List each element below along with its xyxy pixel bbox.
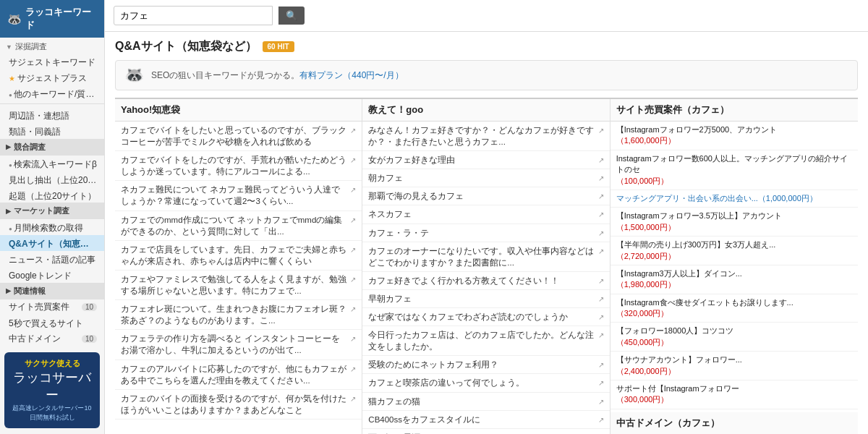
col1-header: Yahoo!知恵袋 [115, 99, 362, 122]
sale-link[interactable]: マッチングアプリ・出会い系の出会い...（1,000,000円） [616, 194, 817, 203]
section-title-competitive: ▶ 競合調査 [0, 139, 104, 156]
sale-price: （2,400,000円） [616, 367, 676, 375]
sidebar-item-other-keyword[interactable]: 他のキーワード/質問β [0, 85, 104, 101]
search-input[interactable] [114, 6, 273, 25]
external-link-icon: ↗ [350, 185, 356, 195]
sidebar-item-related[interactable]: 周辺語・連想語 [0, 107, 104, 123]
page-title: Q&Aサイト（知恵袋など） [115, 39, 257, 54]
sale-item: 【Instagramフォロワー2万5000、アカウント（1,600,000円） [610, 122, 858, 150]
col-yahoo: Yahoo!知恵袋 カフェでバイトをしたいと思っているのですが、ブラックコーヒー… [115, 99, 362, 434]
sidebar-item-monthly[interactable]: 月間検索数の取得 [0, 219, 104, 235]
sale-price: （100,000円） [616, 176, 669, 185]
main-area: 🔍 Q&Aサイト（知恵袋など） 60 HIT 🦝 SEOの狙い目キーワードが見つ… [105, 0, 868, 434]
external-link-icon: ↗ [350, 334, 356, 344]
sidebar-item-site-sale[interactable]: サイト売買案件 10 [0, 299, 104, 315]
list-item[interactable]: カフェ好きでよく行かれる方教えてください！！↗ [362, 272, 609, 290]
list-item[interactable]: カフェオレ斑について。生まれつきお腹にカフェオレ斑？茶あざ？のようなものがありま… [115, 300, 362, 330]
list-item[interactable]: カフェでのmmd作成について ネットカフェでmmdの編集ができるのか、という質問… [115, 211, 362, 241]
sale-item: サポート付【Instagramフォロワー（300,000円） [610, 380, 858, 409]
list-item[interactable]: カフェのアルバイトに応募したのですが、他にもカフェがある中でこちらを選んだ理由を… [115, 360, 362, 390]
sale-price: （2,720,000円） [616, 252, 676, 260]
page-title-row: Q&Aサイト（知恵袋など） 60 HIT [115, 39, 858, 54]
sale-item: 【フォロワー18000人】コツコツ（450,000円） [610, 323, 858, 352]
ad-link[interactable]: 有料プラン（440円〜/月） [299, 70, 403, 80]
divider-1 [0, 103, 104, 104]
sidebar-item-synonym[interactable]: 類語・同義語 [0, 123, 104, 139]
sidebar-item-topics[interactable]: 起題（上位20サイト） [0, 187, 104, 203]
list-item[interactable]: 女がカフェ好きな理由↗ [362, 151, 609, 169]
content-area: Q&Aサイト（知恵袋など） 60 HIT 🦝 SEOの狙い目キーワードが見つかる… [105, 32, 868, 434]
col3-domain-title: 中古ドメイン（カフェ） [610, 412, 858, 434]
list-item[interactable]: 猫カフェの猫↗ [362, 393, 609, 411]
list-item[interactable]: CB400ssをカフェスタイルに↗ [362, 411, 609, 429]
external-link-icon: ↗ [350, 365, 356, 375]
sale-item: 【サウナアカウント】フォロワー...（2,400,000円） [610, 352, 858, 380]
sidebar-item-google-trends[interactable]: Googleトレンド [0, 267, 104, 283]
list-item[interactable]: ネスカフェ↗ [362, 205, 609, 224]
ad-banner[interactable]: 🦝 SEOの狙い目キーワードが見つかる。有料プラン（440円〜/月） [115, 60, 858, 90]
tri-icon-2: ▶ [6, 143, 11, 150]
list-item[interactable]: 受験のためにネットカフェ利用？↗ [362, 356, 609, 374]
external-link-icon: ↗ [350, 126, 356, 136]
external-link-icon: ↗ [598, 331, 604, 341]
sale-title: 【Instagramフォロワー3.5万以上】アカウント [616, 211, 782, 220]
sale-price: （1,980,000円） [616, 280, 676, 289]
col-goo: 教えて！goo みなさん！カフェ好きですか？・どんなカフェが好きですか？・また行… [362, 99, 610, 434]
sale-title: Instagramフォロワー数600人以上。マッチングアプリの紹介サイトのセ [616, 154, 848, 174]
list-item[interactable]: カフェ・ラ・テ↗ [362, 224, 609, 242]
list-item[interactable]: 西三河 電源つかえるカフェ！↗ [362, 429, 609, 434]
external-link-icon: ↗ [598, 210, 604, 220]
external-link-icon: ↗ [598, 247, 604, 257]
tri-icon-4: ▶ [6, 287, 11, 294]
sidebar-banner[interactable]: サクサク使える ラッコサーバー 超高速レンタルサーバー10日間無料お試し [4, 352, 100, 428]
sidebar-item-headings[interactable]: 見出し抽出（上位20サイト） [0, 171, 104, 187]
sidebar-item-qa[interactable]: Q&Aサイト（知恵袋など） [0, 235, 104, 251]
sale-item: Instagramフォロワー数600人以上。マッチングアプリの紹介サイトのセ（1… [610, 150, 858, 190]
header: 🔍 [105, 0, 868, 32]
list-item[interactable]: カフェでバイトをしたいと思っているのですが、ブラックコーヒーが苦手でミルクや砂糖… [115, 122, 362, 151]
list-item[interactable]: カフェと喫茶店の違いって何でしょう。↗ [362, 374, 609, 392]
sale-price: （1,600,000円） [616, 136, 676, 145]
list-item[interactable]: 早朝カフェ↗ [362, 290, 609, 308]
col2-header: 教えて！goo [362, 99, 609, 122]
sidebar-item-suggest[interactable]: サジェストキーワード [0, 54, 104, 69]
logo-area[interactable]: 🦝 ラッコキーワード [0, 0, 104, 38]
sale-item: マッチングアプリ・出会い系の出会い...（1,000,000円） [610, 190, 858, 208]
external-link-icon: ↗ [598, 126, 604, 136]
sidebar-item-search-flow[interactable]: 検索流入キーワードβ [0, 156, 104, 171]
external-link-icon: ↗ [598, 397, 604, 407]
list-item[interactable]: 今日行ったカフェ店は、どのカフェ店でしたか。どんな注文をしましたか。↗ [362, 326, 609, 356]
sale-title: サポート付【Instagramフォロワー [616, 384, 739, 393]
list-item[interactable]: カフェでバイトをしたのですが、手荒れが酷いたためどうしようか迷っています。特にア… [115, 151, 362, 181]
site-sale-badge: 10 [82, 303, 97, 311]
list-item[interactable]: カフェのバイトの面接を受けるのですが、何か気を付けたほうがいいことはありますか？… [115, 390, 362, 420]
col3-items: 【Instagramフォロワー2万5000、アカウント（1,600,000円）I… [610, 122, 858, 409]
sidebar-item-suggest-plus[interactable]: サジェストプラス [0, 69, 104, 85]
list-item[interactable]: カフェラテの作り方を調べると インスタントコーヒーをお湯で溶かし、牛乳に加えると… [115, 330, 362, 359]
sale-item: 【半年間の売り上げ300万円】女3万人超え...（2,720,000円） [610, 237, 858, 265]
sidebar-item-news[interactable]: ニュース・話題の記事 [0, 251, 104, 267]
list-item[interactable]: みなさん！カフェ好きですか？・どんなカフェが好きですか？・また行きたいと思うカフ… [362, 122, 609, 151]
banner-title: サクサク使える [10, 358, 94, 369]
sidebar-item-domain[interactable]: 中古ドメイン 10 [0, 331, 104, 346]
section-title-market: ▶ マーケット調査 [0, 203, 104, 219]
list-item[interactable]: カフェのオーナーになりたいです。収入や仕事内容などはどこでわかりますか？また図書… [362, 242, 609, 272]
col2-items: みなさん！カフェ好きですか？・どんなカフェが好きですか？・また行きたいと思うカフ… [362, 122, 609, 434]
hit-badge: 60 HIT [263, 41, 294, 52]
external-link-icon: ↗ [598, 415, 604, 425]
list-item[interactable]: ネカフェ難民について ネカフェ難民ってどういう人達でしょうか？常連になっていて週… [115, 181, 362, 210]
list-item[interactable]: カフェで店員をしています。先日、カフェでご夫婦と赤ちゃんが来店され、赤ちゃんは店… [115, 241, 362, 271]
list-item[interactable]: 那覇で海の見えるカフェ↗ [362, 187, 609, 205]
section-title-related-info: ▶ 関連情報 [0, 283, 104, 299]
sale-item: 【Instagram食べ痩せダイエットもお譲りします...（320,000円） [610, 294, 858, 323]
list-item[interactable]: カフェやファミレスで勉強してる人をよく見ますが、勉強する場所じゃないと思います。… [115, 271, 362, 300]
list-item[interactable]: なぜ家ではなくカフェでわざわざ読むのでしょうか↗ [362, 308, 609, 326]
external-link-icon: ↗ [350, 156, 356, 166]
external-link-icon: ↗ [350, 394, 356, 404]
banner-main-label: ラッコサーバー [10, 369, 94, 404]
search-button[interactable]: 🔍 [278, 7, 305, 25]
sale-item: 【Instagram3万人以上】ダイコン...（1,980,000円） [610, 265, 858, 294]
list-item[interactable]: 朝カフェ↗ [362, 169, 609, 187]
sidebar-item-5sec[interactable]: 5秒で買えるサイト [0, 315, 104, 331]
sale-title: 【半年間の売り上げ300万円】女3万人超え... [616, 240, 776, 249]
